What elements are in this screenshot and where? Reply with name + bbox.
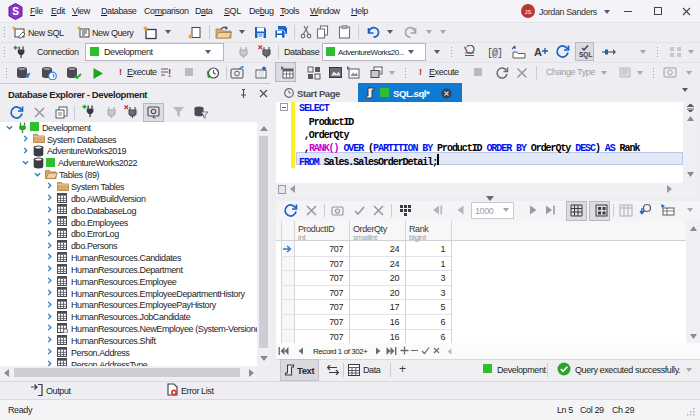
svg-text:S: S (12, 6, 19, 17)
svg-text:SQL: SQL (579, 51, 592, 59)
svg-text:JS: JS (524, 9, 531, 15)
svg-text:A: A (534, 46, 542, 58)
svg-text:!: ! (168, 68, 171, 79)
svg-text:[@]: [@] (487, 48, 502, 59)
